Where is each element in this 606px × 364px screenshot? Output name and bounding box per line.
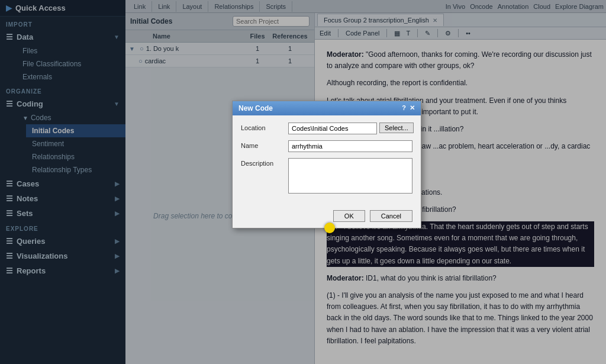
modal-name-label: Name xyxy=(241,140,288,149)
modal-title: New Code xyxy=(238,104,273,112)
modal-controls: ? ✕ xyxy=(402,104,415,112)
modal-select-btn[interactable]: Select... xyxy=(379,123,414,133)
modal-location-label: Location xyxy=(241,123,288,131)
modal-ok-button[interactable]: OK xyxy=(333,210,365,222)
modal-close-btn[interactable]: ✕ xyxy=(410,104,415,112)
modal-overlay: New Code ? ✕ Location Select... Name Des… xyxy=(0,0,606,364)
modal-location-field: Location Select... xyxy=(241,123,412,134)
modal-body: Location Select... Name Description xyxy=(233,115,421,207)
modal-name-field: Name xyxy=(241,140,412,152)
modal-description-input[interactable] xyxy=(288,158,412,194)
new-code-modal: New Code ? ✕ Location Select... Name Des… xyxy=(232,101,421,228)
modal-description-field: Description xyxy=(241,158,412,194)
modal-location-input[interactable] xyxy=(288,123,377,134)
modal-footer: OK Cancel xyxy=(233,207,421,228)
modal-title-bar: New Code ? ✕ xyxy=(233,101,421,115)
modal-name-input[interactable] xyxy=(288,140,412,152)
modal-description-label: Description xyxy=(241,158,288,167)
modal-cancel-button[interactable]: Cancel xyxy=(370,210,412,222)
modal-question-btn[interactable]: ? xyxy=(402,104,406,112)
